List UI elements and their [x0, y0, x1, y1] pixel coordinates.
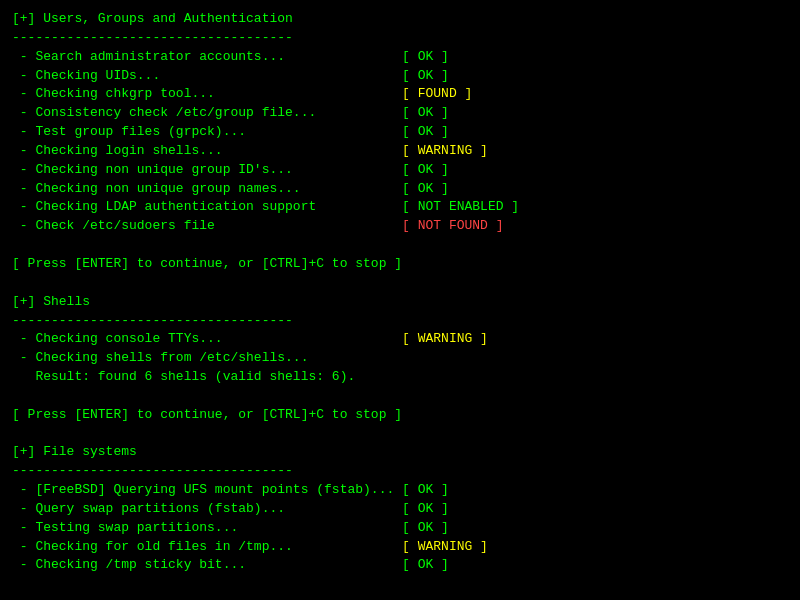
item-label: - Checking for old files in /tmp...	[12, 539, 293, 554]
list-item: - Checking non unique group ID's... [ OK…	[12, 161, 788, 180]
item-status: [ WARNING ]	[402, 331, 488, 346]
item-status: [ OK ]	[402, 557, 449, 572]
list-item: - Testing swap partitions... [ OK ]	[12, 519, 788, 538]
item-label: - Checking LDAP authentication support	[12, 199, 316, 214]
item-status: [ OK ]	[402, 68, 449, 83]
list-item: - Checking LDAP authentication support […	[12, 198, 788, 217]
list-item: - [FreeBSD] Querying UFS mount points (f…	[12, 481, 788, 500]
list-item: - Search administrator accounts... [ OK …	[12, 48, 788, 67]
section-header-filesystems: [+] File systems	[12, 443, 788, 462]
section-header-shells: [+] Shells	[12, 293, 788, 312]
section-header-users-groups: [+] Users, Groups and Authentication	[12, 10, 788, 29]
list-item: - Checking login shells... [ WARNING ]	[12, 142, 788, 161]
list-item: Result: found 6 shells (valid shells: 6)…	[12, 368, 788, 387]
section-divider-filesystems: ------------------------------------	[12, 462, 788, 481]
list-item: - Checking /tmp sticky bit... [ OK ]	[12, 556, 788, 575]
list-item: - Checking shells from /etc/shells...	[12, 349, 788, 368]
section-divider-shells: ------------------------------------	[12, 312, 788, 331]
item-label: - [FreeBSD] Querying UFS mount points (f…	[12, 482, 394, 497]
item-status: [ OK ]	[402, 482, 449, 497]
list-item: - Consistency check /etc/group file... […	[12, 104, 788, 123]
continue-prompt: [ Press [ENTER] to continue, or [CTRL]+C…	[12, 406, 788, 425]
item-label: - Query swap partitions (fstab)...	[12, 501, 285, 516]
item-label: - Checking non unique group names...	[12, 181, 301, 196]
item-label: - Consistency check /etc/group file...	[12, 105, 316, 120]
item-label: - Checking UIDs...	[12, 68, 160, 83]
continue-prompt: [ Press [ENTER] to continue, or [CTRL]+C…	[12, 255, 788, 274]
list-item: - Checking non unique group names... [ O…	[12, 180, 788, 199]
list-item: - Query swap partitions (fstab)... [ OK …	[12, 500, 788, 519]
item-label: - Checking /tmp sticky bit...	[12, 557, 246, 572]
item-label: - Check /etc/sudoers file	[12, 218, 215, 233]
list-item: - Checking console TTYs... [ WARNING ]	[12, 330, 788, 349]
item-status: [ FOUND ]	[402, 86, 472, 101]
list-item: - Checking chkgrp tool... [ FOUND ]	[12, 85, 788, 104]
list-item: - Test group files (grpck)... [ OK ]	[12, 123, 788, 142]
item-label: - Checking chkgrp tool...	[12, 86, 215, 101]
item-label: - Checking console TTYs...	[12, 331, 223, 346]
item-status: [ NOT FOUND ]	[402, 218, 503, 233]
section-divider-users-groups: ------------------------------------	[12, 29, 788, 48]
list-item: - Checking for old files in /tmp... [ WA…	[12, 538, 788, 557]
item-status: [ NOT ENABLED ]	[402, 199, 519, 214]
terminal-output: [+] Users, Groups and Authentication----…	[12, 10, 788, 575]
item-label: - Testing swap partitions...	[12, 520, 238, 535]
list-item: - Checking UIDs... [ OK ]	[12, 67, 788, 86]
item-status: [ WARNING ]	[402, 143, 488, 158]
item-status: [ OK ]	[402, 124, 449, 139]
item-label: - Checking login shells...	[12, 143, 223, 158]
item-status: [ OK ]	[402, 162, 449, 177]
list-item: - Check /etc/sudoers file [ NOT FOUND ]	[12, 217, 788, 236]
item-status: [ WARNING ]	[402, 539, 488, 554]
item-label: - Checking non unique group ID's...	[12, 162, 293, 177]
item-status: [ OK ]	[402, 105, 449, 120]
item-label: - Search administrator accounts...	[12, 49, 285, 64]
item-status: [ OK ]	[402, 181, 449, 196]
item-label: - Test group files (grpck)...	[12, 124, 246, 139]
item-status: [ OK ]	[402, 49, 449, 64]
item-status: [ OK ]	[402, 520, 449, 535]
item-status: [ OK ]	[402, 501, 449, 516]
